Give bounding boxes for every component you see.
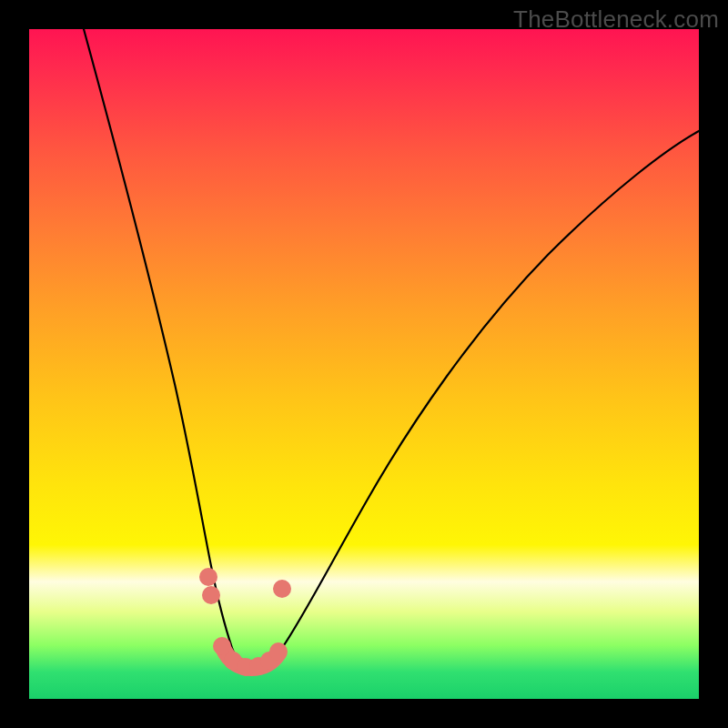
marker-dot <box>269 642 288 661</box>
marker-dot <box>273 580 291 598</box>
watermark-text: TheBottleneck.com <box>513 5 719 34</box>
bottleneck-curve <box>84 29 699 668</box>
marker-dot <box>213 637 231 655</box>
marker-dot <box>202 586 220 604</box>
plot-area <box>29 29 699 699</box>
curve-layer <box>29 29 699 699</box>
chart-frame: TheBottleneck.com <box>0 0 728 728</box>
marker-dot <box>199 568 217 586</box>
